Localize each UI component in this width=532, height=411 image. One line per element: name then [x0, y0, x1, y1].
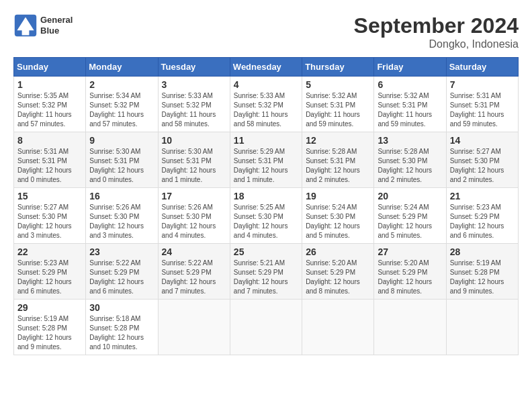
day-cell: 24Sunrise: 5:22 AM Sunset: 5:29 PM Dayli…	[158, 244, 230, 300]
logo-line2: Blue	[40, 26, 73, 36]
day-cell: 6Sunrise: 5:32 AM Sunset: 5:31 PM Daylig…	[374, 77, 446, 132]
day-number: 25	[234, 246, 298, 257]
day-number: 19	[306, 191, 370, 201]
day-number: 28	[450, 246, 515, 257]
day-cell: 18Sunrise: 5:25 AM Sunset: 5:30 PM Dayli…	[230, 188, 302, 244]
day-info: Sunrise: 5:19 AM Sunset: 5:28 PM Dayligh…	[17, 314, 82, 352]
logo: General Blue	[13, 13, 73, 38]
day-cell	[446, 300, 518, 355]
day-number: 7	[450, 79, 515, 90]
day-number: 18	[234, 191, 298, 201]
header: General Blue September 2024 Dongko, Indo…	[13, 13, 519, 50]
col-header-thursday: Thursday	[302, 58, 374, 77]
day-info: Sunrise: 5:32 AM Sunset: 5:31 PM Dayligh…	[378, 91, 442, 129]
col-header-tuesday: Tuesday	[158, 58, 230, 77]
day-cell: 1Sunrise: 5:35 AM Sunset: 5:32 PM Daylig…	[14, 77, 86, 132]
day-cell	[158, 300, 230, 355]
day-cell: 5Sunrise: 5:32 AM Sunset: 5:31 PM Daylig…	[302, 77, 374, 132]
day-info: Sunrise: 5:33 AM Sunset: 5:32 PM Dayligh…	[234, 91, 298, 129]
day-cell: 30Sunrise: 5:18 AM Sunset: 5:28 PM Dayli…	[86, 300, 158, 355]
day-number: 20	[378, 191, 442, 201]
day-cell: 27Sunrise: 5:20 AM Sunset: 5:29 PM Dayli…	[374, 244, 446, 300]
day-cell	[374, 300, 446, 355]
day-number: 1	[17, 79, 82, 90]
day-cell: 25Sunrise: 5:21 AM Sunset: 5:29 PM Dayli…	[230, 244, 302, 300]
day-cell: 10Sunrise: 5:30 AM Sunset: 5:31 PM Dayli…	[158, 132, 230, 188]
day-info: Sunrise: 5:26 AM Sunset: 5:30 PM Dayligh…	[89, 203, 154, 240]
day-cell	[230, 300, 302, 355]
day-number: 2	[89, 79, 154, 90]
day-cell: 12Sunrise: 5:28 AM Sunset: 5:31 PM Dayli…	[302, 132, 374, 188]
day-number: 8	[17, 135, 82, 146]
day-number: 29	[17, 302, 82, 313]
day-info: Sunrise: 5:27 AM Sunset: 5:30 PM Dayligh…	[17, 203, 82, 240]
day-number: 27	[378, 246, 442, 257]
day-cell: 20Sunrise: 5:24 AM Sunset: 5:29 PM Dayli…	[374, 188, 446, 244]
subtitle: Dongko, Indonesia	[354, 38, 519, 50]
day-number: 26	[306, 246, 370, 257]
day-cell: 4Sunrise: 5:33 AM Sunset: 5:32 PM Daylig…	[230, 77, 302, 132]
day-info: Sunrise: 5:30 AM Sunset: 5:31 PM Dayligh…	[162, 147, 226, 185]
col-header-sunday: Sunday	[14, 58, 86, 77]
day-info: Sunrise: 5:31 AM Sunset: 5:31 PM Dayligh…	[17, 147, 82, 185]
day-cell: 8Sunrise: 5:31 AM Sunset: 5:31 PM Daylig…	[14, 132, 86, 188]
week-row-1: 1Sunrise: 5:35 AM Sunset: 5:32 PM Daylig…	[14, 77, 519, 132]
day-cell: 29Sunrise: 5:19 AM Sunset: 5:28 PM Dayli…	[14, 300, 86, 355]
col-header-monday: Monday	[86, 58, 158, 77]
day-cell	[302, 300, 374, 355]
day-info: Sunrise: 5:32 AM Sunset: 5:31 PM Dayligh…	[306, 91, 370, 129]
week-row-4: 22Sunrise: 5:23 AM Sunset: 5:29 PM Dayli…	[14, 244, 519, 300]
day-cell: 22Sunrise: 5:23 AM Sunset: 5:29 PM Dayli…	[14, 244, 86, 300]
week-row-5: 29Sunrise: 5:19 AM Sunset: 5:28 PM Dayli…	[14, 300, 519, 355]
day-info: Sunrise: 5:22 AM Sunset: 5:29 PM Dayligh…	[89, 259, 154, 296]
day-cell: 9Sunrise: 5:30 AM Sunset: 5:31 PM Daylig…	[86, 132, 158, 188]
day-info: Sunrise: 5:20 AM Sunset: 5:29 PM Dayligh…	[378, 259, 442, 296]
logo-line1: General	[40, 15, 73, 26]
calendar-table: SundayMondayTuesdayWednesdayThursdayFrid…	[13, 57, 519, 355]
day-info: Sunrise: 5:21 AM Sunset: 5:29 PM Dayligh…	[234, 259, 298, 296]
day-number: 9	[89, 135, 154, 146]
day-info: Sunrise: 5:34 AM Sunset: 5:32 PM Dayligh…	[89, 91, 154, 129]
day-info: Sunrise: 5:26 AM Sunset: 5:30 PM Dayligh…	[162, 203, 226, 240]
title-area: September 2024 Dongko, Indonesia	[354, 13, 519, 50]
day-info: Sunrise: 5:25 AM Sunset: 5:30 PM Dayligh…	[234, 203, 298, 240]
day-info: Sunrise: 5:27 AM Sunset: 5:30 PM Dayligh…	[450, 147, 515, 185]
day-cell: 19Sunrise: 5:24 AM Sunset: 5:30 PM Dayli…	[302, 188, 374, 244]
day-number: 5	[306, 79, 370, 90]
day-info: Sunrise: 5:30 AM Sunset: 5:31 PM Dayligh…	[89, 147, 154, 185]
svg-rect-2	[22, 27, 30, 36]
day-info: Sunrise: 5:22 AM Sunset: 5:29 PM Dayligh…	[162, 259, 226, 296]
day-number: 11	[234, 135, 298, 146]
month-title: September 2024	[354, 13, 519, 38]
day-number: 21	[450, 191, 515, 201]
day-number: 4	[234, 79, 298, 90]
day-cell: 26Sunrise: 5:20 AM Sunset: 5:29 PM Dayli…	[302, 244, 374, 300]
header-row: SundayMondayTuesdayWednesdayThursdayFrid…	[14, 58, 519, 77]
day-info: Sunrise: 5:35 AM Sunset: 5:32 PM Dayligh…	[17, 91, 82, 129]
week-row-3: 15Sunrise: 5:27 AM Sunset: 5:30 PM Dayli…	[14, 188, 519, 244]
day-info: Sunrise: 5:20 AM Sunset: 5:29 PM Dayligh…	[306, 259, 370, 296]
week-row-2: 8Sunrise: 5:31 AM Sunset: 5:31 PM Daylig…	[14, 132, 519, 188]
day-cell: 2Sunrise: 5:34 AM Sunset: 5:32 PM Daylig…	[86, 77, 158, 132]
day-number: 12	[306, 135, 370, 146]
day-info: Sunrise: 5:23 AM Sunset: 5:29 PM Dayligh…	[17, 259, 82, 296]
day-info: Sunrise: 5:24 AM Sunset: 5:29 PM Dayligh…	[378, 203, 442, 240]
day-info: Sunrise: 5:18 AM Sunset: 5:28 PM Dayligh…	[89, 314, 154, 352]
day-info: Sunrise: 5:33 AM Sunset: 5:32 PM Dayligh…	[162, 91, 226, 129]
day-cell: 11Sunrise: 5:29 AM Sunset: 5:31 PM Dayli…	[230, 132, 302, 188]
day-info: Sunrise: 5:19 AM Sunset: 5:28 PM Dayligh…	[450, 259, 515, 296]
day-cell: 15Sunrise: 5:27 AM Sunset: 5:30 PM Dayli…	[14, 188, 86, 244]
day-number: 24	[162, 246, 226, 257]
day-info: Sunrise: 5:23 AM Sunset: 5:29 PM Dayligh…	[450, 203, 515, 240]
day-number: 16	[89, 191, 154, 201]
col-header-wednesday: Wednesday	[230, 58, 302, 77]
day-number: 17	[162, 191, 226, 201]
day-cell: 21Sunrise: 5:23 AM Sunset: 5:29 PM Dayli…	[446, 188, 518, 244]
day-cell: 7Sunrise: 5:31 AM Sunset: 5:31 PM Daylig…	[446, 77, 518, 132]
day-number: 22	[17, 246, 82, 257]
day-cell: 23Sunrise: 5:22 AM Sunset: 5:29 PM Dayli…	[86, 244, 158, 300]
day-number: 15	[17, 191, 82, 201]
day-number: 14	[450, 135, 515, 146]
day-info: Sunrise: 5:28 AM Sunset: 5:31 PM Dayligh…	[306, 147, 370, 185]
day-cell: 3Sunrise: 5:33 AM Sunset: 5:32 PM Daylig…	[158, 77, 230, 132]
